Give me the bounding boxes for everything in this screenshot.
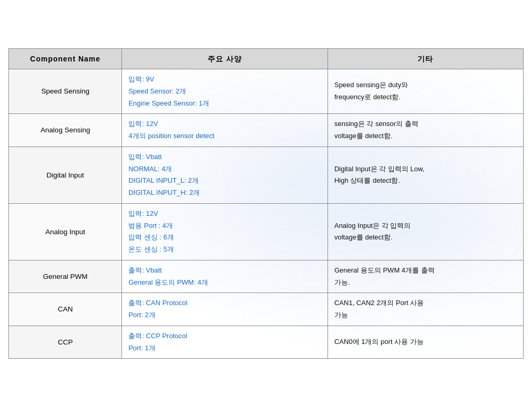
cell-component-6: CCP: [9, 326, 122, 359]
cell-specs-4: 출력: VbattGeneral 용도의 PWM: 4개: [122, 260, 328, 293]
cell-specs-0: 입력: 9VSpeed Sensor: 2개Engine Speed Senso…: [122, 69, 328, 114]
table-row: CAN출력: CAN ProtocolPort: 2개CAN1, CAN2 2개…: [9, 293, 524, 326]
cell-specs-5: 출력: CAN ProtocolPort: 2개: [122, 293, 328, 326]
cell-component-3: Analog Input: [9, 203, 122, 260]
table-row: General PWM출력: VbattGeneral 용도의 PWM: 4개G…: [9, 260, 524, 293]
header-notes: 기타: [328, 48, 523, 69]
table-row: Analog Sensing입력: 12V4개의 position sensor…: [9, 114, 524, 147]
cell-notes-1: sensing은 각 sensor의 출력voltage를 detect함.: [328, 114, 523, 147]
header-component: Component Name: [9, 48, 122, 69]
header-specs: 주요 사양: [122, 48, 328, 69]
table-row: Analog Input입력: 12V범용 Port : 4개압력 센싱 : 6…: [9, 203, 524, 260]
main-table-wrapper: Component Name 주요 사양 기타 Speed Sensing입력:…: [8, 48, 524, 359]
cell-specs-3: 입력: 12V범용 Port : 4개압력 센싱 : 6개온도 센싱 : 5개: [122, 203, 328, 260]
cell-component-1: Analog Sensing: [9, 114, 122, 147]
cell-specs-1: 입력: 12V4개의 position sensor detect: [122, 114, 328, 147]
cell-notes-5: CAN1, CAN2 2개의 Port 사용가능: [328, 293, 523, 326]
table-row: Speed Sensing입력: 9VSpeed Sensor: 2개Engin…: [9, 69, 524, 114]
cell-notes-3: Analog Input은 각 입력의voltage를 detect함.: [328, 203, 523, 260]
cell-notes-0: Speed sensing은 duty와frequency로 detect함.: [328, 69, 523, 114]
cell-specs-6: 출력: CCP ProtocolPort: 1개: [122, 326, 328, 359]
cell-component-4: General PWM: [9, 260, 122, 293]
cell-notes-2: Digital Input은 각 입력의 Low,High 상태를 detect…: [328, 147, 523, 203]
cell-component-0: Speed Sensing: [9, 69, 122, 114]
table-row: CCP출력: CCP ProtocolPort: 1개CAN0에 1개의 por…: [9, 326, 524, 359]
cell-notes-4: General 용도의 PWM 4개를 출력가능.: [328, 260, 523, 293]
cell-specs-2: 입력: VbattNORMAL: 4개DIGITAL INPUT_L: 2개DI…: [122, 147, 328, 203]
cell-notes-6: CAN0에 1개의 port 사용 가능: [328, 326, 523, 359]
specs-table: Component Name 주요 사양 기타 Speed Sensing입력:…: [8, 48, 524, 359]
cell-component-2: Digital Input: [9, 147, 122, 203]
table-row: Digital Input입력: VbattNORMAL: 4개DIGITAL …: [9, 147, 524, 203]
cell-component-5: CAN: [9, 293, 122, 326]
